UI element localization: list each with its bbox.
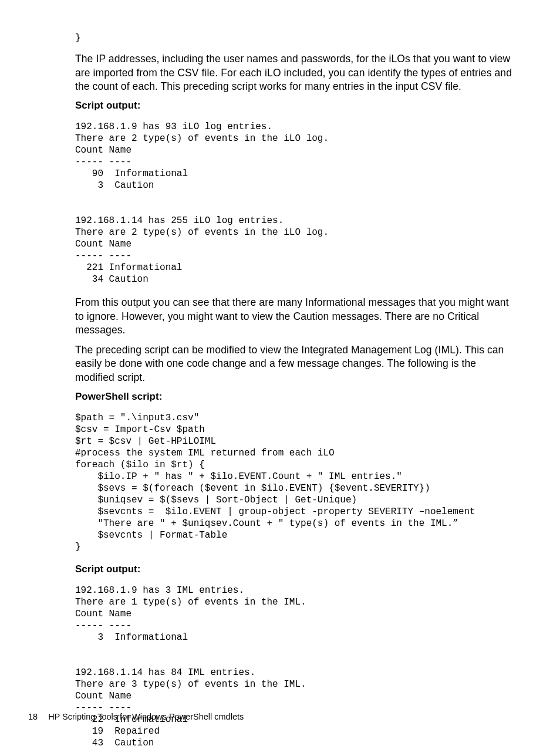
page-number: 18 bbox=[28, 712, 38, 721]
paragraph-analysis: From this output you can see that there … bbox=[75, 296, 513, 337]
paragraph-intro: The IP addresses, including the user nam… bbox=[75, 52, 513, 94]
page-content: } The IP addresses, including the user n… bbox=[0, 0, 560, 746]
label-powershell-script: PowerShell script: bbox=[75, 391, 513, 403]
code-output-2: 192.168.1.9 has 3 IML entries. There are… bbox=[75, 585, 513, 746]
code-output-1: 192.168.1.9 has 93 iLO log entries. Ther… bbox=[75, 121, 513, 285]
page-footer: 18HP Scripting Tools for Windows PowerSh… bbox=[28, 712, 244, 721]
code-powershell-script: $path = ".\input3.csv" $csv = Import-Csv… bbox=[75, 412, 513, 553]
paragraph-modified-script: The preceding script can be modified to … bbox=[75, 343, 513, 385]
code-closing-brace: } bbox=[75, 32, 513, 44]
label-script-output-1: Script output: bbox=[75, 100, 513, 112]
footer-title: HP Scripting Tools for Windows PowerShel… bbox=[48, 712, 244, 721]
label-script-output-2: Script output: bbox=[75, 563, 513, 575]
